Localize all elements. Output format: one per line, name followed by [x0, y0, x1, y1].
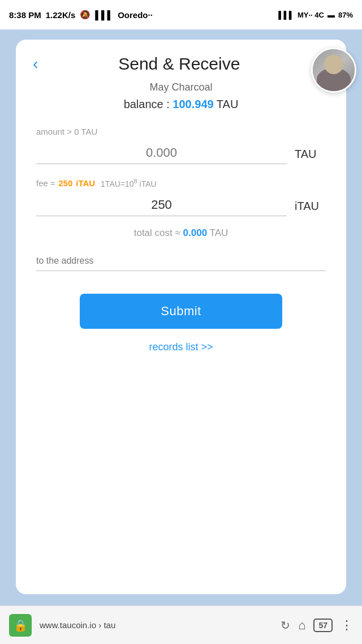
fee-amount: 250: [58, 178, 72, 188]
avatar: [311, 48, 356, 93]
tab-count[interactable]: 57: [313, 619, 333, 632]
balance-label: balance :: [124, 98, 170, 110]
status-right: ▌▌▌ MY·· 4C ▬ 87%: [278, 11, 353, 19]
main-card: ‹ Send & Receive ⌂ May Charcoal balance …: [16, 40, 346, 594]
amount-row: TAU: [36, 142, 326, 164]
signal-icon: ▌▌▌: [95, 10, 113, 20]
battery-icon: ▬: [327, 11, 335, 19]
status-left: 8:38 PM 1.22K/s 🔕 ▌▌▌ Ooredo··: [9, 10, 153, 20]
total-currency: TAU: [210, 227, 229, 238]
fee-row: iTAU: [36, 194, 326, 216]
records-list-link[interactable]: records list >>: [36, 341, 326, 353]
amount-label: amount > 0 TAU: [36, 127, 326, 136]
browser-menu-icon[interactable]: ⋮: [341, 618, 353, 633]
total-amount: 0.000: [183, 227, 208, 238]
back-button[interactable]: ‹: [33, 56, 38, 72]
fee-unit1: iTAU: [76, 178, 95, 188]
page-title: Send & Receive: [38, 54, 320, 74]
carrier1: Ooredo··: [118, 10, 153, 20]
amount-input[interactable]: [36, 142, 287, 164]
browser-home-icon[interactable]: ⌂: [298, 618, 305, 633]
amount-unit: TAU: [295, 148, 326, 164]
fee-input[interactable]: [36, 194, 287, 216]
total-row: total cost ≈ 0.000 TAU: [36, 227, 326, 239]
mute-icon: 🔕: [80, 10, 90, 20]
avatar-image: [313, 49, 355, 91]
reload-icon[interactable]: ↻: [281, 619, 290, 632]
fee-note: 1TAU=108 iTAU: [98, 178, 156, 188]
card-header: ‹ Send & Receive ⌂: [16, 40, 346, 79]
status-bar: 8:38 PM 1.22K/s 🔕 ▌▌▌ Ooredo·· ▌▌▌ MY·· …: [0, 0, 362, 29]
signal2-icon: ▌▌▌: [278, 11, 294, 19]
form-section: amount > 0 TAU TAU fee ≈ 250 iTAU 1TAU=1…: [16, 111, 346, 353]
browser-bar: 🔒 www.taucoin.io › tau ↻ ⌂ 57 ⋮: [0, 606, 362, 644]
battery-percent: 87%: [338, 11, 353, 19]
lock-icon: 🔒: [9, 614, 32, 637]
submit-button[interactable]: Submit: [80, 294, 282, 329]
fee-unit-label: iTAU: [295, 200, 326, 216]
balance-row: balance : 100.949 TAU: [16, 98, 346, 111]
browser-url[interactable]: www.taucoin.io › tau: [40, 620, 273, 630]
fee-prefix: fee ≈: [36, 178, 55, 188]
total-label: total cost ≈: [134, 227, 180, 238]
balance-currency: TAU: [217, 98, 239, 110]
time: 8:38 PM: [9, 10, 41, 20]
address-input[interactable]: [36, 256, 326, 271]
balance-amount: 100.949: [173, 98, 213, 110]
username: May Charcoal: [16, 81, 346, 93]
carrier2: MY·· 4C: [298, 11, 324, 19]
fee-label: fee ≈ 250 iTAU 1TAU=108 iTAU: [36, 178, 326, 188]
speed: 1.22K/s: [46, 10, 76, 20]
